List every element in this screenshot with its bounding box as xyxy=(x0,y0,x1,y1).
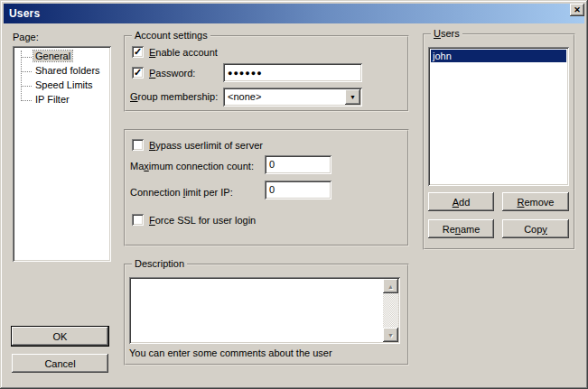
tree-item-shared-folders[interactable]: Shared folders xyxy=(13,64,111,79)
group-membership-value: <none> xyxy=(228,91,261,102)
users-listbox[interactable]: john xyxy=(428,47,569,186)
ok-button-label: OK xyxy=(53,331,68,342)
remove-button-label: Remove xyxy=(518,197,555,208)
scrollbar-down-button[interactable]: ▼ xyxy=(383,328,398,342)
connection-limit-per-ip-input[interactable]: 0 xyxy=(265,181,331,199)
tree-item-general[interactable]: General xyxy=(13,50,111,64)
ok-button[interactable]: OK xyxy=(12,327,108,346)
cancel-button-label: Cancel xyxy=(44,358,75,369)
tree-item-ip-filter[interactable]: IP Filter xyxy=(13,93,111,107)
tree-item-label: General xyxy=(33,51,72,61)
chevron-down-icon: ▼ xyxy=(350,94,356,100)
password-row: ✓ Password: xyxy=(132,67,195,79)
description-textarea[interactable]: ▲ ▼ xyxy=(129,277,400,344)
title-bar[interactable]: Users xyxy=(4,4,584,23)
force-ssl-row: Force SSL for user login xyxy=(132,214,256,226)
force-ssl-checkbox[interactable] xyxy=(132,214,144,226)
users-group: Users john Add Remove Rename Copy xyxy=(423,33,575,250)
page-tree[interactable]: General Shared folders Speed Limits IP F… xyxy=(13,46,111,262)
users-group-title: Users xyxy=(431,28,462,39)
description-group: Description ▲ ▼ You can enter some comme… xyxy=(124,264,409,366)
page-label: Page: xyxy=(13,32,39,42)
checkmark-icon: ✓ xyxy=(134,47,142,57)
connection-limit-per-ip-label: Connection limit per IP: xyxy=(130,187,233,198)
remove-button[interactable]: Remove xyxy=(502,192,569,211)
password-checkbox[interactable]: ✓ xyxy=(132,67,144,79)
max-connection-count-label: Maximum connection count: xyxy=(130,161,254,171)
close-icon: ✕ xyxy=(574,6,581,14)
group-membership-label: Group membership: xyxy=(130,91,218,102)
bypass-userlimit-row: Bypass userlimit of server xyxy=(132,139,263,151)
rename-button[interactable]: Rename xyxy=(428,219,494,238)
tree-item-speed-limits[interactable]: Speed Limits xyxy=(13,79,111,93)
bypass-userlimit-checkbox[interactable] xyxy=(132,139,144,151)
description-group-title: Description xyxy=(132,258,187,269)
checkmark-icon: ✓ xyxy=(134,68,142,78)
description-scrollbar[interactable]: ▲ ▼ xyxy=(383,279,398,342)
enable-account-checkbox[interactable]: ✓ xyxy=(132,46,144,58)
copy-button[interactable]: Copy xyxy=(502,219,569,238)
group-membership-select[interactable]: <none> ▼ xyxy=(223,88,362,107)
enable-account-row: ✓ Enable account xyxy=(132,46,218,58)
add-button[interactable]: Add xyxy=(428,192,494,211)
scrollbar-up-button[interactable]: ▲ xyxy=(383,279,398,293)
tree-item-label: IP Filter xyxy=(33,94,71,105)
description-hint: You can enter some comments about the us… xyxy=(129,347,332,358)
arrow-up-icon: ▲ xyxy=(387,283,394,290)
tree-item-label: Shared folders xyxy=(33,65,102,76)
add-button-label: Add xyxy=(453,197,471,208)
cancel-button[interactable]: Cancel xyxy=(12,354,108,373)
users-dialog: Users ✕ Page: General Shared folders Spe… xyxy=(0,0,588,389)
window-title: Users xyxy=(9,7,40,20)
connection-limits-group: Bypass userlimit of server Maximum conne… xyxy=(124,129,409,246)
force-ssl-label[interactable]: Force SSL for user login xyxy=(149,215,256,226)
list-item-john[interactable]: john xyxy=(431,50,566,62)
arrow-down-icon: ▼ xyxy=(387,332,394,338)
max-connection-count-input[interactable]: 0 xyxy=(265,155,331,174)
enable-account-label[interactable]: Enable account xyxy=(149,47,218,58)
rename-button-label: Rename xyxy=(443,224,481,235)
copy-button-label: Copy xyxy=(524,224,547,235)
bypass-userlimit-label[interactable]: Bypass userlimit of server xyxy=(149,140,263,151)
password-label[interactable]: Password: xyxy=(149,68,195,79)
account-settings-group-title: Account settings xyxy=(132,30,210,41)
password-input[interactable]: ●●●●●● xyxy=(223,63,362,82)
combo-dropdown-button[interactable]: ▼ xyxy=(345,89,360,105)
tree-item-label: Speed Limits xyxy=(33,79,95,90)
account-settings-group: Account settings ✓ Enable account ✓ Pass… xyxy=(124,35,409,112)
close-button[interactable]: ✕ xyxy=(570,4,584,16)
